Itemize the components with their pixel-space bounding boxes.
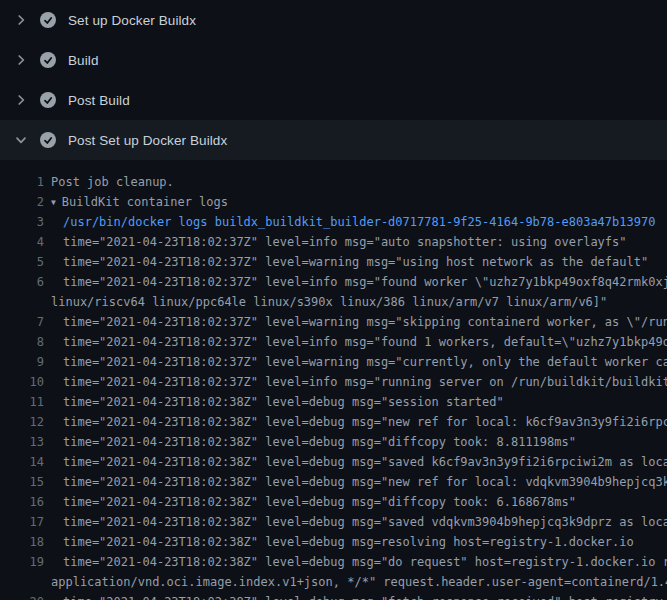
- log-line: 14time="2021-04-23T18:02:38Z" level=debu…: [0, 452, 667, 472]
- log-line: 12time="2021-04-23T18:02:38Z" level=debu…: [0, 412, 667, 432]
- log-line-number[interactable]: 17: [0, 512, 44, 532]
- log-text: time="2021-04-23T18:02:38Z" level=debug …: [63, 532, 634, 552]
- log-viewer: 1Post job cleanup.2▼BuildKit container l…: [0, 160, 667, 600]
- log-text: time="2021-04-23T18:02:38Z" level=debug …: [63, 452, 667, 472]
- log-line-number[interactable]: 19: [0, 552, 44, 572]
- step-row-post-set-up-docker-buildx[interactable]: Post Set up Docker Buildx: [0, 120, 667, 160]
- log-line-number[interactable]: 14: [0, 452, 44, 472]
- log-text: time="2021-04-23T18:02:37Z" level=info m…: [63, 372, 667, 392]
- log-line-number[interactable]: 11: [0, 392, 44, 412]
- log-line-number[interactable]: 4: [0, 232, 44, 252]
- log-line: 7time="2021-04-23T18:02:37Z" level=warni…: [0, 312, 667, 332]
- log-text: time="2021-04-23T18:02:37Z" level=info m…: [63, 232, 627, 252]
- log-text: time="2021-04-23T18:02:38Z" level=debug …: [63, 552, 667, 572]
- log-line-number: [0, 292, 44, 312]
- log-line-number[interactable]: 2: [0, 192, 44, 212]
- log-text: time="2021-04-23T18:02:38Z" level=debug …: [63, 472, 667, 492]
- log-text: time="2021-04-23T18:02:38Z" level=debug …: [63, 512, 667, 532]
- log-line: 3/usr/bin/docker logs buildx_buildkit_bu…: [0, 212, 667, 232]
- log-line: 5time="2021-04-23T18:02:37Z" level=warni…: [0, 252, 667, 272]
- check-circle-icon: [40, 52, 56, 68]
- group-label: BuildKit container logs: [62, 195, 228, 209]
- step-row-set-up-docker-buildx[interactable]: Set up Docker Buildx: [0, 0, 667, 40]
- log-line: 1Post job cleanup.: [0, 172, 667, 192]
- log-line-number: [0, 572, 44, 592]
- log-line-number[interactable]: 5: [0, 252, 44, 272]
- chevron-right-icon: [13, 12, 29, 28]
- log-line: 13time="2021-04-23T18:02:38Z" level=debu…: [0, 432, 667, 452]
- step-title: Build: [68, 53, 99, 68]
- log-line: 10time="2021-04-23T18:02:37Z" level=info…: [0, 372, 667, 392]
- step-row-build[interactable]: Build: [0, 40, 667, 80]
- log-text: time="2021-04-23T18:02:38Z" level=debug …: [63, 412, 667, 432]
- log-line: 4time="2021-04-23T18:02:37Z" level=info …: [0, 232, 667, 252]
- log-line-number[interactable]: 16: [0, 492, 44, 512]
- log-text: linux/riscv64 linux/ppc64le linux/s390x …: [51, 292, 607, 312]
- log-line-number[interactable]: 3: [0, 212, 44, 232]
- log-line: application/vnd.oci.image.index.v1+json,…: [0, 572, 667, 592]
- log-text: application/vnd.oci.image.index.v1+json,…: [51, 572, 667, 592]
- log-line: 6time="2021-04-23T18:02:37Z" level=info …: [0, 272, 667, 292]
- log-text: time="2021-04-23T18:02:38Z" level=debug …: [63, 432, 576, 452]
- log-text: time="2021-04-23T18:02:37Z" level=warnin…: [63, 352, 667, 372]
- log-line: linux/riscv64 linux/ppc64le linux/s390x …: [0, 292, 667, 312]
- step-list: Set up Docker BuildxBuildPost BuildPost …: [0, 0, 667, 160]
- log-text: time="2021-04-23T18:02:38Z" level=debug …: [63, 392, 504, 412]
- log-text: time="2021-04-23T18:02:37Z" level=info m…: [63, 332, 667, 352]
- check-circle-icon: [40, 92, 56, 108]
- group-collapse-triangle-icon: ▼: [51, 198, 56, 207]
- log-line: 17time="2021-04-23T18:02:38Z" level=debu…: [0, 512, 667, 532]
- log-line-number[interactable]: 10: [0, 372, 44, 392]
- log-line-number[interactable]: 13: [0, 432, 44, 452]
- log-line: 19time="2021-04-23T18:02:38Z" level=debu…: [0, 552, 667, 572]
- log-line: 20time="2021-04-23T18:02:38Z" level=debu…: [0, 592, 667, 600]
- log-line-number[interactable]: 15: [0, 472, 44, 492]
- check-circle-icon: [40, 132, 56, 148]
- log-text: time="2021-04-23T18:02:38Z" level=debug …: [63, 492, 576, 512]
- log-line: 8time="2021-04-23T18:02:37Z" level=info …: [0, 332, 667, 352]
- chevron-right-icon: [13, 52, 29, 68]
- log-line-number[interactable]: 20: [0, 592, 44, 600]
- log-line: 18time="2021-04-23T18:02:38Z" level=debu…: [0, 532, 667, 552]
- check-circle-icon: [40, 12, 56, 28]
- log-line: 9time="2021-04-23T18:02:37Z" level=warni…: [0, 352, 667, 372]
- log-line: 15time="2021-04-23T18:02:38Z" level=debu…: [0, 472, 667, 492]
- log-line: 11time="2021-04-23T18:02:38Z" level=debu…: [0, 392, 667, 412]
- log-line-number[interactable]: 12: [0, 412, 44, 432]
- log-line-number[interactable]: 6: [0, 272, 44, 292]
- log-text: ▼BuildKit container logs: [51, 192, 228, 212]
- log-line-number[interactable]: 9: [0, 352, 44, 372]
- log-text: time="2021-04-23T18:02:37Z" level=warnin…: [63, 312, 667, 332]
- log-command-text: /usr/bin/docker logs buildx_buildkit_bui…: [63, 212, 655, 232]
- log-text: time="2021-04-23T18:02:37Z" level=info m…: [63, 272, 667, 292]
- log-text: Post job cleanup.: [51, 172, 174, 192]
- log-line-number[interactable]: 8: [0, 332, 44, 352]
- chevron-right-icon: [13, 92, 29, 108]
- log-line-number[interactable]: 1: [0, 172, 44, 192]
- log-line-number[interactable]: 18: [0, 532, 44, 552]
- step-title: Post Set up Docker Buildx: [68, 133, 227, 148]
- log-text: time="2021-04-23T18:02:38Z" level=debug …: [63, 592, 667, 600]
- log-text: time="2021-04-23T18:02:37Z" level=warnin…: [63, 252, 648, 272]
- log-line: 16time="2021-04-23T18:02:38Z" level=debu…: [0, 492, 667, 512]
- step-title: Post Build: [68, 93, 130, 108]
- log-line-number[interactable]: 7: [0, 312, 44, 332]
- chevron-down-icon: [13, 132, 29, 148]
- step-row-post-build[interactable]: Post Build: [0, 80, 667, 120]
- step-title: Set up Docker Buildx: [68, 13, 196, 28]
- log-group-line[interactable]: 2▼BuildKit container logs: [0, 192, 667, 212]
